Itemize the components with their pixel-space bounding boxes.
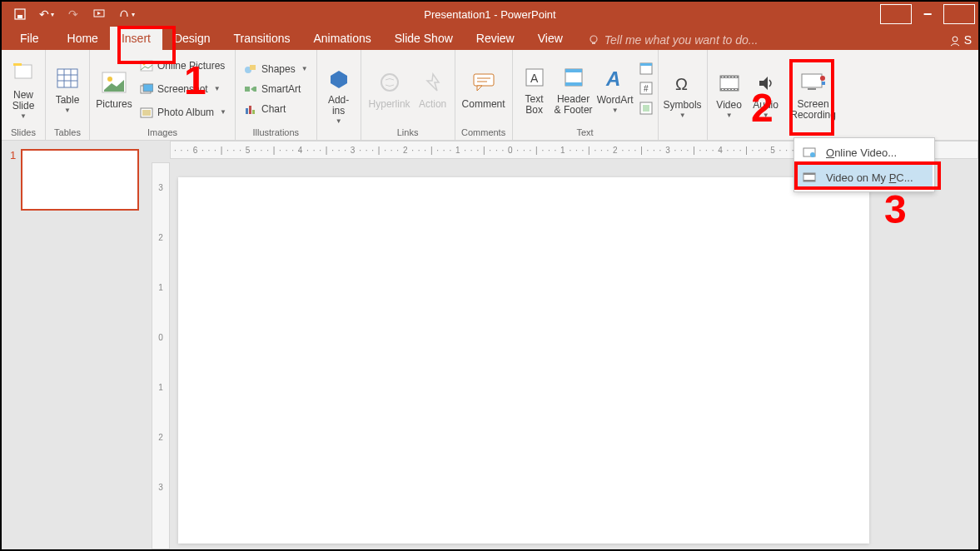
tell-me-placeholder: Tell me what you want to do... bbox=[604, 33, 759, 47]
tab-view[interactable]: View bbox=[526, 27, 575, 50]
group-links: Hyperlink Action Links bbox=[361, 50, 455, 140]
slide-number: 1 bbox=[10, 149, 16, 211]
chevron-down-icon: ▼ bbox=[612, 107, 619, 114]
wordart-button[interactable]: A WordArt ▼ bbox=[594, 54, 636, 124]
video-button[interactable]: Video ▼ bbox=[711, 59, 748, 129]
svg-rect-16 bbox=[141, 61, 152, 71]
group-symbols: Ω Symbols ▼ bbox=[659, 50, 708, 140]
group-slides: New Slide ▼ Slides bbox=[2, 50, 46, 140]
object-icon[interactable] bbox=[639, 102, 654, 117]
online-pictures-icon bbox=[140, 59, 153, 72]
comment-button[interactable]: Comment bbox=[459, 54, 509, 124]
tab-review[interactable]: Review bbox=[465, 27, 526, 50]
video-on-my-pc-menu-item[interactable]: Video on My PC... bbox=[796, 165, 933, 190]
redo-icon[interactable]: ↷ bbox=[62, 5, 85, 23]
svg-text:A: A bbox=[605, 67, 620, 89]
svg-rect-24 bbox=[245, 87, 250, 92]
date-time-icon[interactable] bbox=[639, 62, 654, 77]
slide-1[interactable] bbox=[178, 177, 869, 544]
hyperlink-icon bbox=[379, 67, 400, 97]
svg-rect-61 bbox=[732, 89, 734, 90]
screenshot-button[interactable]: Screenshot ▼ bbox=[135, 79, 231, 99]
quick-access-toolbar: ↶ ▾ ↷ ▾ bbox=[8, 5, 138, 23]
screenshot-icon bbox=[140, 82, 153, 96]
tab-animations[interactable]: Animations bbox=[301, 27, 382, 50]
window-title: Presentation1 - PowerPoint bbox=[424, 8, 555, 21]
new-slide-button[interactable]: New Slide ▼ bbox=[5, 54, 42, 124]
ribbon-display-options-icon[interactable] bbox=[880, 4, 912, 24]
slide-thumbnails-panel[interactable]: 1 bbox=[2, 141, 152, 549]
online-pictures-button[interactable]: Online Pictures bbox=[135, 56, 231, 76]
slide-number-icon[interactable]: # bbox=[639, 82, 654, 97]
pictures-button[interactable]: Pictures bbox=[93, 54, 135, 124]
symbols-button[interactable]: Ω Symbols ▼ bbox=[662, 59, 704, 129]
group-label-images: Images bbox=[93, 126, 231, 140]
smartart-icon bbox=[244, 82, 257, 96]
chevron-down-icon: ▼ bbox=[336, 118, 342, 125]
chevron-down-icon: ▼ bbox=[214, 85, 221, 92]
group-text: A Text Box Header & Footer A WordArt ▼ bbox=[513, 50, 659, 140]
tab-slide-show[interactable]: Slide Show bbox=[383, 27, 465, 50]
chevron-down-icon: ▼ bbox=[726, 112, 733, 119]
group-illustrations: Shapes ▼ SmartArt Chart Illustrations bbox=[236, 50, 317, 140]
slide-edit-area: 3210123 · · · 6 · · · | · · · 5 · · · | … bbox=[152, 141, 978, 549]
workspace: 1 3210123 · · · 6 · · · | · · · 5 · · · … bbox=[2, 141, 978, 549]
chart-button[interactable]: Chart bbox=[239, 99, 291, 119]
save-icon[interactable] bbox=[8, 5, 32, 23]
header-footer-button[interactable]: Header & Footer bbox=[553, 54, 594, 124]
new-slide-icon bbox=[12, 58, 35, 88]
slide-thumbnail-1[interactable] bbox=[21, 149, 139, 211]
group-tables: Table ▼ Tables bbox=[46, 50, 90, 140]
chevron-down-icon: ▼ bbox=[301, 65, 308, 72]
svg-rect-40 bbox=[565, 69, 582, 72]
slide-canvas-area[interactable] bbox=[170, 159, 978, 549]
svg-rect-28 bbox=[249, 106, 251, 114]
tab-transitions[interactable]: Transitions bbox=[222, 27, 302, 50]
ribbon: New Slide ▼ Slides Table ▼ Tables bbox=[2, 50, 978, 141]
start-from-beginning-icon[interactable] bbox=[88, 5, 112, 23]
group-comments: Comment Comments bbox=[455, 50, 513, 140]
addins-button[interactable]: Add- ins ▼ bbox=[321, 59, 357, 129]
shapes-button[interactable]: Shapes ▼ bbox=[239, 59, 313, 79]
svg-rect-9 bbox=[57, 69, 77, 87]
svg-point-69 bbox=[810, 152, 815, 157]
tab-file[interactable]: File bbox=[12, 27, 56, 50]
screen-recording-button[interactable]: Screen Recording bbox=[784, 59, 843, 129]
text-box-button[interactable]: A Text Box bbox=[516, 54, 553, 124]
tab-design[interactable]: Design bbox=[162, 27, 222, 50]
group-media: Video ▼ Audio ▼ Screen Recording bbox=[708, 50, 846, 140]
chevron-down-icon: ▼ bbox=[679, 112, 686, 119]
title-bar: ↶ ▾ ↷ ▾ Presentation1 - PowerPoint − bbox=[2, 2, 978, 27]
addins-icon bbox=[329, 63, 349, 93]
svg-rect-1 bbox=[17, 15, 22, 18]
header-footer-icon bbox=[564, 62, 584, 92]
table-button[interactable]: Table ▼ bbox=[49, 54, 86, 124]
tab-insert[interactable]: Insert bbox=[110, 27, 162, 50]
online-video-menu-item[interactable]: Online Video... bbox=[796, 140, 933, 165]
group-images: Pictures Online Pictures Screenshot ▼ Ph bbox=[90, 50, 236, 140]
touch-mouse-mode-icon[interactable]: ▾ bbox=[115, 5, 138, 23]
svg-marker-3 bbox=[97, 12, 101, 15]
svg-marker-63 bbox=[759, 77, 768, 90]
audio-button[interactable]: Audio ▼ bbox=[748, 59, 784, 129]
smartart-button[interactable]: SmartArt bbox=[239, 79, 306, 99]
svg-rect-57 bbox=[735, 77, 737, 77]
vertical-ruler[interactable]: 3210123 bbox=[152, 162, 170, 549]
action-button[interactable]: Action bbox=[415, 54, 451, 124]
hyperlink-button[interactable]: Hyperlink bbox=[365, 54, 415, 124]
minimize-icon[interactable]: − bbox=[912, 4, 943, 24]
window-controls: − bbox=[880, 4, 975, 24]
tell-me-search[interactable]: Tell me what you want to do... bbox=[580, 30, 767, 50]
svg-rect-56 bbox=[732, 77, 734, 77]
account-icon[interactable]: S bbox=[946, 30, 978, 50]
maximize-icon[interactable] bbox=[943, 4, 975, 24]
tab-home[interactable]: Home bbox=[56, 27, 110, 50]
svg-rect-53 bbox=[722, 77, 724, 77]
photo-album-button[interactable]: Photo Album ▼ bbox=[135, 102, 231, 122]
svg-rect-59 bbox=[725, 89, 727, 90]
video-dropdown-menu: Online Video... Video on My PC... bbox=[793, 137, 935, 192]
undo-icon[interactable]: ↶ ▾ bbox=[35, 5, 58, 23]
svg-rect-23 bbox=[250, 65, 256, 70]
video-icon bbox=[719, 68, 740, 98]
svg-rect-58 bbox=[722, 89, 724, 90]
